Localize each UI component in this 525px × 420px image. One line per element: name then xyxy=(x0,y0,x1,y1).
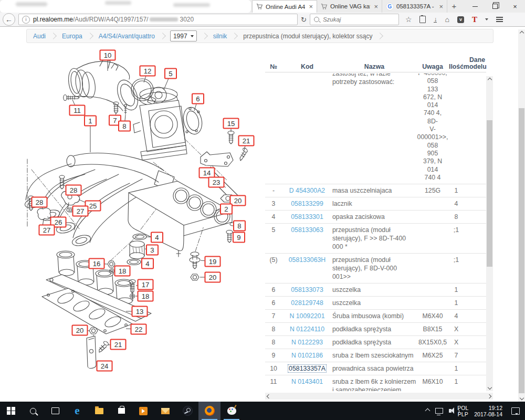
minimize-button[interactable] xyxy=(465,0,485,13)
addon-dropdown-icon[interactable] xyxy=(485,18,488,20)
close-button[interactable]: × xyxy=(505,0,525,13)
callout-6[interactable]: 6 xyxy=(192,94,204,104)
tab-close-icon[interactable]: × xyxy=(309,3,313,10)
part-code-link-selected[interactable]: 058133357A xyxy=(288,364,327,373)
part-code-link[interactable]: N 0143401 xyxy=(291,378,323,385)
tab-online-vag[interactable]: Online VAG katal × xyxy=(317,0,382,13)
part-code-link[interactable]: N 01224110 xyxy=(290,326,324,333)
pocket-icon[interactable]: v xyxy=(457,16,464,23)
callout-2[interactable]: 2 xyxy=(220,204,232,214)
firefox-button[interactable] xyxy=(198,402,220,420)
tab-google-search[interactable]: G 058133357A - Szu × xyxy=(382,0,447,13)
callout-18[interactable]: 18 xyxy=(138,291,153,301)
scroll-down-button[interactable] xyxy=(486,384,493,391)
part-code-link[interactable]: N 10092201 xyxy=(289,312,324,320)
breadcrumb-model[interactable]: A4/S4/Avant/quattro xyxy=(99,33,155,40)
movies-button[interactable] xyxy=(132,402,154,420)
callout-8[interactable]: 8 xyxy=(119,121,130,131)
store-button[interactable] xyxy=(110,402,132,420)
tab-close-icon[interactable]: × xyxy=(439,3,443,10)
callout-19[interactable]: 19 xyxy=(205,257,220,267)
callout-13[interactable]: 13 xyxy=(132,307,148,317)
breadcrumb-silnik[interactable]: silnik xyxy=(213,33,227,40)
page-scroll-down-button[interactable] xyxy=(518,394,525,402)
clock[interactable]: 19:12 2017-08-14 xyxy=(474,405,502,417)
page-scroll-up-button[interactable] xyxy=(518,29,525,37)
new-tab-button[interactable]: + xyxy=(447,0,461,13)
part-code-link[interactable]: 058133301 xyxy=(291,213,323,220)
callout-27[interactable]: 27 xyxy=(39,225,55,235)
callout-22[interactable]: 22 xyxy=(131,324,146,334)
callout-9[interactable]: 9 xyxy=(233,233,245,243)
menu-icon[interactable] xyxy=(496,17,503,22)
callout-28[interactable]: 28 xyxy=(32,197,47,207)
callout-27[interactable]: 27 xyxy=(73,206,88,216)
callout-12[interactable]: 12 xyxy=(140,66,155,76)
tab-close-icon[interactable]: × xyxy=(374,3,378,10)
callout-17[interactable]: 17 xyxy=(138,280,153,290)
callout-21[interactable]: 21 xyxy=(111,340,126,350)
callout-16[interactable]: 16 xyxy=(89,259,104,269)
callout-3[interactable]: 3 xyxy=(146,245,158,255)
tray-expand-icon[interactable] xyxy=(425,408,430,414)
part-code-link[interactable]: D 454300A2 xyxy=(289,187,325,194)
network-icon[interactable] xyxy=(435,408,443,414)
part-code-link[interactable]: N 0102186 xyxy=(291,352,323,359)
callout-14[interactable]: 14 xyxy=(200,168,215,178)
callout-23[interactable]: 23 xyxy=(209,177,224,187)
steam-button[interactable] xyxy=(176,402,198,420)
search-input[interactable] xyxy=(322,16,382,23)
year-select[interactable]: 1997 xyxy=(170,30,197,41)
start-button[interactable] xyxy=(0,402,22,420)
callout-20[interactable]: 20 xyxy=(72,326,88,335)
callout-20[interactable]: 20 xyxy=(230,196,246,206)
callout-4[interactable]: 4 xyxy=(142,259,153,269)
callout-11[interactable]: 11 xyxy=(70,106,85,116)
bookmarks-menu-icon[interactable] xyxy=(419,16,426,23)
part-code-link[interactable]: 058133299 xyxy=(291,200,323,207)
taskbar-search-button[interactable] xyxy=(22,402,44,420)
home-icon[interactable]: ⌂ xyxy=(445,16,449,23)
part-code-link[interactable]: N 0122293 xyxy=(291,339,323,346)
paint-button[interactable] xyxy=(220,402,243,420)
callout-5[interactable]: 5 xyxy=(165,69,176,79)
callout-1[interactable]: 1 xyxy=(85,116,96,126)
callout-18[interactable]: 18 xyxy=(115,266,130,276)
addon-t-icon[interactable]: T xyxy=(472,15,477,24)
part-code-link[interactable]: 058133063 xyxy=(291,226,323,234)
page-scroll-thumb[interactable] xyxy=(519,108,524,393)
page-scrollbar[interactable] xyxy=(518,29,525,402)
breadcrumb-audi[interactable]: Audi xyxy=(33,33,46,40)
restore-button[interactable] xyxy=(485,0,505,13)
callout-20[interactable]: 20 xyxy=(205,272,220,282)
downloads-icon[interactable]: ↓ xyxy=(434,17,437,23)
bookmark-star-icon[interactable]: ☆ xyxy=(405,16,412,23)
mail-button[interactable] xyxy=(154,402,176,420)
url-bar[interactable]: i pl.realoem.me/Audi/RDW/A4Q/1997/157/30… xyxy=(18,14,298,25)
part-code-link[interactable]: 028129748 xyxy=(291,299,323,307)
table-vertical-scrollbar[interactable] xyxy=(486,76,493,391)
edge-button[interactable]: e xyxy=(66,402,88,420)
action-center-icon[interactable] xyxy=(511,407,520,415)
task-view-button[interactable] xyxy=(44,402,66,420)
callout-4[interactable]: 4 xyxy=(151,233,163,243)
callout-24[interactable]: 24 xyxy=(97,361,112,371)
volume-icon[interactable] xyxy=(449,409,452,413)
table-horizontal-scrollbar[interactable] xyxy=(265,393,493,400)
scroll-right-button[interactable] xyxy=(486,393,493,400)
tab-online-audi[interactable]: Online Audi A4/S × xyxy=(252,0,317,13)
callout-8[interactable]: 8 xyxy=(234,221,245,231)
table-scroll-thumb[interactable] xyxy=(487,120,492,267)
part-code-link[interactable]: 058133073 xyxy=(291,286,323,293)
back-button[interactable]: ← xyxy=(3,13,15,26)
callout-10[interactable]: 10 xyxy=(100,50,116,60)
breadcrumb-europa[interactable]: Europa xyxy=(62,33,82,40)
site-info-icon[interactable]: i xyxy=(22,16,30,24)
scroll-left-button[interactable] xyxy=(265,393,272,400)
callout-28[interactable]: 28 xyxy=(66,185,81,195)
callout-15[interactable]: 15 xyxy=(224,119,239,129)
search-bar[interactable] xyxy=(310,14,399,25)
file-explorer-button[interactable] xyxy=(88,402,110,420)
reload-button[interactable]: ↻ xyxy=(301,16,307,24)
part-code-link[interactable]: 058133063H xyxy=(289,256,326,264)
